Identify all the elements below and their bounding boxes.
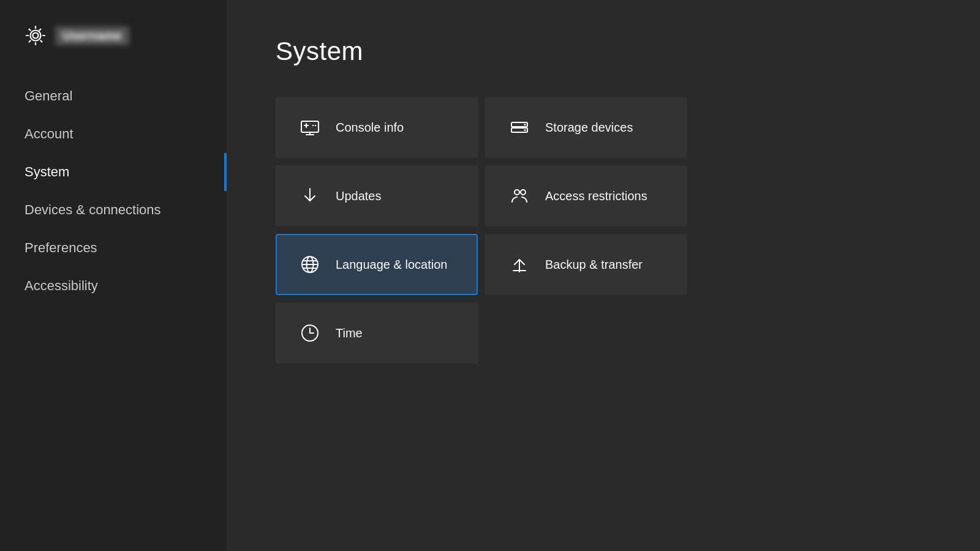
svg-point-7 [312, 125, 314, 126]
svg-point-1 [31, 31, 41, 41]
globe-icon [299, 253, 321, 276]
sidebar-item-preferences[interactable]: Preferences [0, 229, 227, 267]
access-restrictions-item[interactable]: Access restrictions [485, 165, 687, 227]
backup-transfer-item[interactable]: Backup & transfer [485, 234, 687, 295]
sidebar-username: Username [55, 26, 129, 45]
sidebar-item-devices[interactable]: Devices & connections [0, 191, 227, 229]
backup-transfer-label: Backup & transfer [545, 258, 643, 272]
backup-icon [508, 253, 530, 276]
time-item[interactable]: Time [276, 302, 478, 364]
updates-item[interactable]: Updates [276, 165, 478, 227]
sidebar-nav: General Account System Devices & connect… [0, 77, 227, 305]
clock-icon [299, 322, 321, 344]
sidebar-item-system[interactable]: System [0, 153, 227, 191]
page-title: System [276, 37, 931, 66]
language-location-label: Language & location [336, 258, 447, 272]
access-icon [508, 185, 530, 207]
storage-icon [508, 116, 530, 138]
sidebar: Username General Account System Devices … [0, 0, 227, 551]
sidebar-item-accessibility[interactable]: Accessibility [0, 267, 227, 305]
svg-rect-2 [301, 121, 318, 132]
sidebar-item-general[interactable]: General [0, 77, 227, 115]
svg-point-12 [524, 129, 526, 131]
storage-devices-item[interactable]: Storage devices [485, 97, 687, 158]
updates-icon [299, 185, 321, 207]
access-restrictions-label: Access restrictions [545, 189, 647, 203]
language-location-item[interactable]: Language & location [276, 234, 478, 295]
storage-devices-label: Storage devices [545, 121, 633, 135]
settings-grid: Console info Storage devices [276, 97, 692, 364]
svg-point-11 [524, 124, 526, 126]
console-info-label: Console info [336, 121, 404, 135]
gear-icon [24, 24, 47, 47]
sidebar-header: Username [0, 24, 227, 77]
console-icon [299, 116, 321, 138]
updates-label: Updates [336, 189, 382, 203]
svg-point-8 [315, 125, 316, 126]
main-content: System Console info [227, 0, 980, 551]
time-label: Time [336, 326, 363, 340]
console-info-item[interactable]: Console info [276, 97, 478, 158]
svg-point-14 [514, 190, 519, 195]
svg-point-15 [521, 190, 526, 195]
sidebar-item-account[interactable]: Account [0, 115, 227, 153]
svg-point-0 [33, 33, 39, 39]
